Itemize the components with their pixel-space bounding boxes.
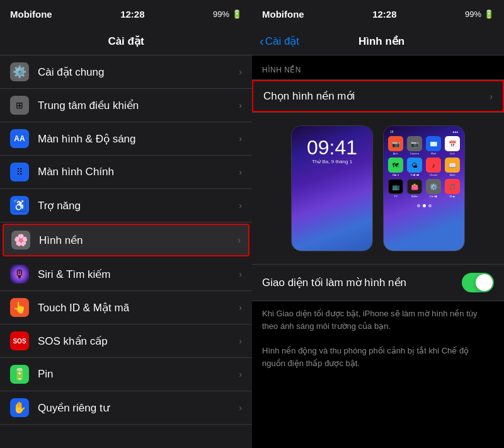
right-battery: 99% xyxy=(465,9,481,19)
sidebar-item-touch-id[interactable]: 👆 Touch ID & Mật mã › xyxy=(0,291,252,325)
sidebar-item-siri[interactable]: 🎙 Siri & Tìm kiếm › xyxy=(0,258,252,291)
app-icon: 🗺 xyxy=(388,158,403,173)
sidebar-item-sos[interactable]: SOS SOS khẩn cấp › xyxy=(0,325,252,358)
back-button[interactable]: ‹ Cài đặt xyxy=(257,34,302,49)
toggle-knob xyxy=(476,274,493,291)
battery-icon: 🔋 xyxy=(232,9,242,19)
accessibility-icon: ♿ xyxy=(10,196,29,215)
app-item: ⚙️ Cài đặt xyxy=(425,179,442,198)
battery-label: Pin xyxy=(38,368,239,381)
app-icon: ♪ xyxy=(426,158,441,173)
choose-wallpaper-row: Chọn hình nền mới › xyxy=(252,79,504,113)
wallpaper-label: Hình nền xyxy=(39,234,238,247)
app-label: Nhạc xyxy=(449,195,455,198)
sidebar-item-wallpaper[interactable]: 🌸 Hình nền › xyxy=(3,224,249,256)
sidebar-item-control-center[interactable]: ⊞ Trung tâm điều khiển › xyxy=(0,89,252,122)
app-label: Mail xyxy=(431,152,435,155)
wallpaper-previews: 09:41 Thứ Ba, 9 tháng 1 16 ●●● 📷 Ảnh xyxy=(252,113,504,264)
left-panel: Mobifone 12:28 99% 🔋 Cài đặt ⚙️ Cài đặt … xyxy=(0,0,252,448)
app-item: 🌤 Thời tiết xyxy=(406,158,423,176)
sidebar-item-privacy[interactable]: ✋ Quyền riêng tư › xyxy=(0,391,252,425)
chevron-icon: › xyxy=(239,134,242,144)
app-label: Cài đặt xyxy=(430,195,437,198)
right-panel: Mobifone 12:28 99% 🔋 ‹ Cài đặt Hình nền … xyxy=(252,0,504,448)
left-title: Cài đặt xyxy=(108,35,144,48)
lock-screen-bg: 09:41 Thứ Ba, 9 tháng 1 xyxy=(292,126,372,251)
app-label: Bản đ xyxy=(392,173,399,176)
description-1: Khi Giao diện tối được bật, iPhone sẽ là… xyxy=(252,301,504,338)
app-item: ✉️ Mail xyxy=(425,136,442,155)
right-status-bar: Mobifone 12:28 99% 🔋 xyxy=(252,0,504,28)
app-item: 📺 TV xyxy=(387,179,404,198)
app-label: Wallet xyxy=(411,195,418,198)
home-status-right: ●●● xyxy=(452,130,458,134)
left-carrier: Mobifone xyxy=(10,9,52,20)
home-screen-bg: 16 ●●● 📷 Ảnh 📷 Camera ✉️ xyxy=(384,126,464,251)
wallpaper-icon: 🌸 xyxy=(11,231,30,250)
sidebar-item-accessibility[interactable]: ♿ Trợ năng › xyxy=(0,189,252,222)
display-icon: AA xyxy=(10,129,29,148)
app-icon: ⚙️ xyxy=(426,179,441,194)
chevron-icon: › xyxy=(239,269,242,279)
sidebar-item-display[interactable]: AA Màn hình & Độ sáng › xyxy=(0,122,252,156)
touch-id-label: Touch ID & Mật mã xyxy=(38,301,239,314)
right-time: 12:28 xyxy=(372,9,396,20)
app-icon: 🌤 xyxy=(407,158,422,173)
choose-wallpaper-button[interactable]: Chọn hình nền mới › xyxy=(252,80,504,112)
chevron-icon: › xyxy=(239,167,242,177)
sidebar-item-battery[interactable]: 🔋 Pin › xyxy=(0,358,252,391)
app-item: ♪ iTunes xyxy=(425,158,442,176)
control-center-label: Trung tâm điều khiển xyxy=(38,99,239,112)
right-nav-header: ‹ Cài đặt Hình nền xyxy=(252,28,504,55)
home-screen-preview: 16 ●●● 📷 Ảnh 📷 Camera ✉️ xyxy=(383,125,465,251)
settings-list: ⚙️ Cài đặt chung › ⊞ Trung tâm điều khiể… xyxy=(0,55,252,448)
app-item: 🎵 Nhạc xyxy=(444,179,461,198)
chevron-icon: › xyxy=(490,91,493,101)
right-battery-icon: 🔋 xyxy=(484,9,494,19)
lock-date: Thứ Ba, 9 tháng 1 xyxy=(312,159,352,164)
left-nav-header: Cài đặt xyxy=(0,28,252,55)
section-header: HÌNH NỀN xyxy=(252,55,504,79)
description-2: Hình nền động và thu phóng phối cảnh bị … xyxy=(252,338,504,376)
app-icon: 📺 xyxy=(388,179,403,194)
touch-id-icon: 👆 xyxy=(10,298,29,317)
general-label: Cài đặt chung xyxy=(38,66,239,79)
chevron-icon: › xyxy=(239,67,242,77)
display-label: Màn hình & Độ sáng xyxy=(38,132,239,146)
right-status-right: 99% 🔋 xyxy=(465,9,494,19)
app-item: 📅 Lịch xyxy=(444,136,461,155)
app-label: iTunes xyxy=(430,173,437,176)
lock-time: 09:41 xyxy=(307,137,357,158)
chevron-icon: › xyxy=(239,302,242,313)
app-item: 🗺 Bản đ xyxy=(387,158,404,176)
privacy-label: Quyền riêng tư xyxy=(38,401,239,415)
app-icon: 📷 xyxy=(388,136,403,151)
sidebar-item-general[interactable]: ⚙️ Cài đặt chung › xyxy=(0,55,252,89)
toggle-label: Giao diện tối làm mờ hình nền xyxy=(262,276,454,289)
back-label: Cài đặt xyxy=(265,35,299,48)
battery-settings-icon: 🔋 xyxy=(10,365,29,384)
app-item: 👛 Wallet xyxy=(406,179,423,198)
left-status-bar: Mobifone 12:28 99% 🔋 xyxy=(0,0,252,28)
back-chevron-icon: ‹ xyxy=(260,34,264,49)
app-item: 📷 Ảnh xyxy=(387,136,404,155)
app-label: Lịch xyxy=(450,152,454,155)
app-icon: 📖 xyxy=(445,158,460,173)
privacy-icon: ✋ xyxy=(10,398,29,417)
app-icon: ✉️ xyxy=(426,136,441,151)
chevron-icon: › xyxy=(239,336,242,346)
home-screen-label: Màn hình Chính xyxy=(38,166,239,178)
app-icon: 🎵 xyxy=(445,179,460,194)
chevron-icon: › xyxy=(238,235,241,245)
right-title: Hình nền xyxy=(302,35,461,48)
app-grid: 📷 Ảnh 📷 Camera ✉️ Mail 📅 xyxy=(386,135,462,199)
sidebar-item-home-screen[interactable]: ⠿ Màn hình Chính › xyxy=(0,156,252,189)
dark-mode-toggle[interactable] xyxy=(462,273,494,292)
right-carrier: Mobifone xyxy=(262,9,304,20)
left-status-right: 99% 🔋 xyxy=(213,9,242,19)
app-label: Sách xyxy=(449,173,455,176)
app-label: Camera xyxy=(410,152,419,155)
general-icon: ⚙️ xyxy=(10,62,29,81)
siri-icon: 🎙 xyxy=(10,265,29,284)
left-time: 12:28 xyxy=(120,9,144,20)
